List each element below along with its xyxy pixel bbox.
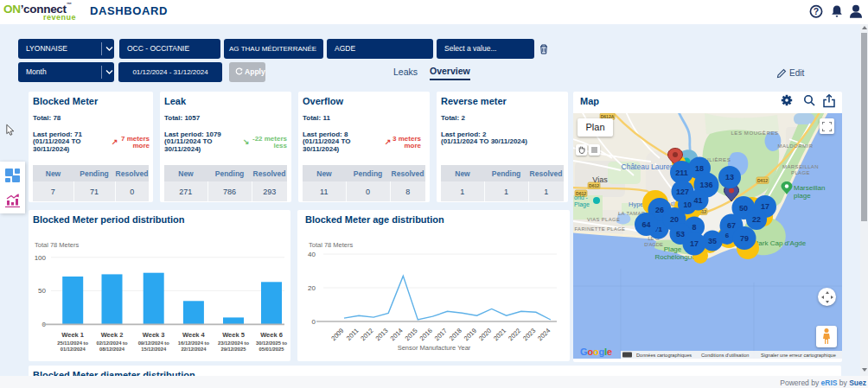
svg-text:09/12/2024 to: 09/12/2024 to xyxy=(138,340,170,346)
svg-text:e: e xyxy=(607,347,612,357)
svg-text:2016: 2016 xyxy=(418,327,434,342)
svg-text:Plage: Plage xyxy=(574,201,590,208)
svg-text:Week 2: Week 2 xyxy=(101,331,124,339)
svg-text:136: 136 xyxy=(699,181,712,189)
svg-text:50: 50 xyxy=(38,287,46,295)
svg-text:2014: 2014 xyxy=(389,327,405,342)
svg-text:16/12/2024 to: 16/12/2024 to xyxy=(178,340,210,346)
svg-text:orld -: orld - xyxy=(574,194,589,200)
svg-text:MALDORMIR: MALDORMIR xyxy=(777,143,813,149)
svg-text:15/12/2024: 15/12/2024 xyxy=(141,347,167,352)
svg-text:26: 26 xyxy=(655,206,664,214)
svg-text:17: 17 xyxy=(690,239,699,248)
svg-text:Sensor Manufacture Year: Sensor Manufacture Year xyxy=(398,344,471,352)
svg-text:2019: 2019 xyxy=(463,327,478,342)
svg-text:50: 50 xyxy=(739,204,748,213)
svg-text:6: 6 xyxy=(725,232,730,239)
svg-text:67: 67 xyxy=(727,221,736,230)
svg-text:41: 41 xyxy=(693,196,702,205)
svg-text:2020: 2020 xyxy=(477,327,493,342)
svg-text:2013: 2013 xyxy=(373,327,389,342)
svg-text:25/11/2024 to: 25/11/2024 to xyxy=(57,340,88,346)
svg-text:FARINETTE PLAGE: FARINETTE PLAGE xyxy=(575,226,626,232)
svg-text:211: 211 xyxy=(675,169,688,177)
svg-text:2015: 2015 xyxy=(404,327,419,342)
svg-text:VIAS PLAGE: VIAS PLAGE xyxy=(587,217,620,222)
svg-text:10: 10 xyxy=(684,200,692,209)
svg-text:35: 35 xyxy=(708,237,717,245)
svg-text:G: G xyxy=(580,347,588,357)
svg-text:20: 20 xyxy=(308,284,316,292)
svg-text:Week 6: Week 6 xyxy=(260,331,283,339)
svg-text:2022: 2022 xyxy=(507,327,522,342)
svg-text:D612: D612 xyxy=(757,178,768,183)
svg-text:01/12/2024: 01/12/2024 xyxy=(61,347,86,352)
svg-text:Week 3: Week 3 xyxy=(143,331,165,339)
svg-text:2012: 2012 xyxy=(359,327,374,342)
svg-text:23/12/2024 to: 23/12/2024 to xyxy=(218,340,250,346)
svg-text:Signaler une erreur cartograph: Signaler une erreur cartographique xyxy=(761,353,836,358)
svg-text:17: 17 xyxy=(761,202,769,211)
svg-text:Marseillan: Marseillan xyxy=(794,184,825,192)
svg-text:D'AGDE: D'AGDE xyxy=(644,242,663,247)
svg-text:2024: 2024 xyxy=(536,327,552,342)
svg-text:18: 18 xyxy=(695,164,704,173)
svg-text:30/12/2025 to: 30/12/2025 to xyxy=(256,340,288,346)
svg-text:29/12/2025: 29/12/2025 xyxy=(220,347,246,352)
svg-text:plage: plage xyxy=(794,192,811,200)
svg-text:Données cartographiques: Données cartographiques xyxy=(636,353,692,358)
svg-text:Week 4: Week 4 xyxy=(182,331,206,339)
svg-text:20: 20 xyxy=(670,215,679,224)
svg-text:Château Lauren: Château Lauren xyxy=(622,162,674,171)
svg-text:05/01/2025: 05/01/2025 xyxy=(258,347,284,352)
svg-text:MARSEILLAN: MARSEILLAN xyxy=(782,164,819,169)
svg-text:Conditions d'utilisation: Conditions d'utilisation xyxy=(701,353,749,358)
svg-text:LES MOUGÈRES: LES MOUGÈRES xyxy=(731,130,778,136)
svg-text:2009: 2009 xyxy=(329,327,345,342)
svg-text:Week 1: Week 1 xyxy=(61,331,84,339)
svg-text:08/12/2024: 08/12/2024 xyxy=(99,347,125,352)
svg-text:79: 79 xyxy=(740,234,749,243)
svg-text:2011: 2011 xyxy=(345,327,361,342)
svg-text:Week 5: Week 5 xyxy=(222,331,245,339)
svg-text:2023: 2023 xyxy=(521,327,537,342)
svg-text:2018: 2018 xyxy=(448,327,463,342)
svg-text:127: 127 xyxy=(676,188,689,196)
svg-text:?: ? xyxy=(814,6,819,16)
svg-text:40: 40 xyxy=(308,251,316,258)
svg-text:2017: 2017 xyxy=(433,327,449,342)
svg-text:8: 8 xyxy=(692,223,696,232)
svg-text:13: 13 xyxy=(725,173,734,181)
svg-text:Vias: Vias xyxy=(592,175,608,184)
svg-text:64: 64 xyxy=(641,220,650,229)
svg-text:53: 53 xyxy=(676,230,685,239)
svg-text:100: 100 xyxy=(35,254,47,262)
svg-text:22/12/2024: 22/12/2024 xyxy=(181,347,207,352)
svg-text:2021: 2021 xyxy=(492,327,507,342)
svg-text:PLAGE: PLAGE xyxy=(791,170,810,175)
svg-text:0: 0 xyxy=(312,318,316,326)
svg-text:02/12/2024 to: 02/12/2024 to xyxy=(96,340,128,346)
svg-text:Plage: Plage xyxy=(664,245,682,253)
svg-text:Park Cap d'Agde: Park Cap d'Agde xyxy=(754,239,807,247)
svg-text:22: 22 xyxy=(752,215,761,224)
